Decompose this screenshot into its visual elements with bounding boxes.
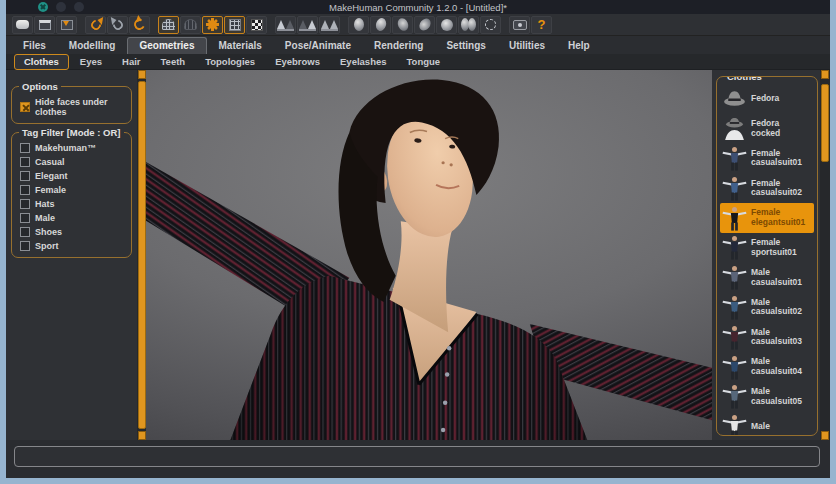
item-label: Male	[751, 297, 770, 307]
hide-faces-checkbox[interactable]	[20, 102, 30, 112]
wireframe-toggle-button[interactable]	[158, 16, 179, 34]
symmetry-right-button[interactable]	[297, 16, 318, 34]
tag-casual-checkbox[interactable]	[20, 157, 30, 167]
clothes-item-female-sportsuit01[interactable]: Femalesportsuit01	[720, 233, 814, 263]
clothes-list-scrollbar[interactable]	[820, 70, 830, 440]
tag-shoes-checkbox[interactable]	[20, 227, 30, 237]
item-label: Female	[751, 178, 780, 188]
tab-tongue[interactable]: Tongue	[398, 55, 450, 69]
tag-male-row[interactable]: Male	[16, 211, 127, 225]
clothes-item-fedora[interactable]: Fedora	[720, 84, 814, 114]
scroll-down-arrow[interactable]	[138, 431, 146, 440]
grid-toggle-button[interactable]	[224, 16, 245, 34]
tag-sport-row[interactable]: Sport	[16, 239, 127, 253]
scroll-down-arrow[interactable]	[821, 431, 829, 440]
tab-modelling[interactable]: Modelling	[58, 38, 127, 54]
clothes-item-male-casualsuit05[interactable]: Malecasualsuit05	[720, 382, 814, 412]
tab-pose-animate[interactable]: Pose/Animate	[274, 38, 362, 54]
item-label2: casualsuit01	[751, 157, 802, 167]
symmetry-right-icon	[299, 19, 316, 31]
clothes-item-male-casualsuit01[interactable]: Malecasualsuit01	[720, 263, 814, 293]
tag-shoes-row[interactable]: Shoes	[16, 225, 127, 239]
file-new-button[interactable]	[12, 16, 33, 34]
clothes-item-fedora-cocked[interactable]: Fedoracocked	[720, 114, 814, 144]
file-load-button[interactable]	[34, 16, 55, 34]
tab-help[interactable]: Help	[557, 38, 601, 54]
pose-toggle-button[interactable]	[202, 16, 223, 34]
tag-female-row[interactable]: Female	[16, 183, 127, 197]
undo-button[interactable]	[85, 16, 106, 34]
clothes-item-male-casualsuit04[interactable]: Malecasualsuit04	[720, 352, 814, 382]
tag-filter-title: Tag Filter [Mode : OR]	[19, 127, 124, 138]
file-save-button[interactable]	[56, 16, 77, 34]
tab-hair[interactable]: Hair	[113, 55, 149, 69]
scroll-up-arrow[interactable]	[821, 70, 829, 79]
options-group-title: Options	[19, 81, 61, 92]
redo-button[interactable]	[107, 16, 128, 34]
tab-settings[interactable]: Settings	[435, 38, 496, 54]
symmetry-left-button[interactable]	[275, 16, 296, 34]
tab-rendering[interactable]: Rendering	[363, 38, 434, 54]
makehuman-window: MakeHuman Community 1.2.0 - [Untitled]*	[6, 0, 830, 478]
tab-files[interactable]: Files	[12, 38, 57, 54]
tag-sport-checkbox[interactable]	[20, 241, 30, 251]
symmetry-both-button[interactable]	[319, 16, 340, 34]
3d-viewport[interactable]	[146, 70, 712, 440]
scrollbar-thumb[interactable]	[138, 81, 146, 429]
orbit-view-button[interactable]	[458, 16, 479, 34]
tab-utilities[interactable]: Utilities	[498, 38, 556, 54]
item-label2: casualsuit02	[751, 306, 802, 316]
grab-screenshot-button[interactable]	[509, 16, 530, 34]
left-view-button[interactable]	[392, 16, 413, 34]
tag-label: Sport	[35, 241, 59, 251]
clothes-item-male-casualsuit03[interactable]: Malecasualsuit03	[720, 322, 814, 352]
tag-female-checkbox[interactable]	[20, 185, 30, 195]
clothes-item-female-casualsuit01[interactable]: Femalecasualsuit01	[720, 144, 814, 174]
tag-makehuman-checkbox[interactable]	[20, 143, 30, 153]
tab-materials[interactable]: Materials	[208, 38, 273, 54]
clothes-item-male-casualsuit02[interactable]: Malecasualsuit02	[720, 293, 814, 323]
right-view-button[interactable]	[414, 16, 435, 34]
tag-casual-row[interactable]: Casual	[16, 155, 127, 169]
tab-clothes[interactable]: Clothes	[14, 54, 69, 70]
tab-eyebrows[interactable]: Eyebrows	[266, 55, 329, 69]
wireframe-icon	[162, 19, 175, 30]
options-group: Options Hide faces under clothes	[11, 86, 132, 124]
status-bar	[14, 446, 820, 467]
top-view-button[interactable]	[436, 16, 457, 34]
tag-hats-checkbox[interactable]	[20, 199, 30, 209]
clothes-item-female-casualsuit02[interactable]: Femalecasualsuit02	[720, 173, 814, 203]
help-button[interactable]: ?	[531, 16, 552, 34]
tab-eyelashes[interactable]: Eyelashes	[331, 55, 395, 69]
tag-makehuman-row[interactable]: Makehuman™	[16, 141, 127, 155]
smooth-toggle-button[interactable]	[180, 16, 201, 34]
clothes-group: Clothes Fedora Fedoracocked Femalecasual…	[716, 76, 818, 436]
tag-elegant-checkbox[interactable]	[20, 171, 30, 181]
tag-hats-row[interactable]: Hats	[16, 197, 127, 211]
tab-topologies[interactable]: Topologies	[196, 55, 264, 69]
top-view-icon	[441, 19, 453, 31]
tab-eyes[interactable]: Eyes	[71, 55, 111, 69]
texture-toggle-button[interactable]	[246, 16, 267, 34]
grid-icon	[229, 19, 241, 31]
tag-elegant-row[interactable]: Elegant	[16, 169, 127, 183]
tab-teeth[interactable]: Teeth	[152, 55, 195, 69]
focus-button[interactable]	[480, 16, 501, 34]
right-panel: Clothes Fedora Fedoracocked Femalecasual…	[712, 70, 820, 440]
front-view-button[interactable]	[348, 16, 369, 34]
item-label: Female	[751, 148, 780, 158]
file-save-icon	[61, 20, 73, 30]
scrollbar-thumb[interactable]	[821, 84, 829, 162]
tag-male-checkbox[interactable]	[20, 213, 30, 223]
scroll-up-arrow[interactable]	[138, 70, 146, 79]
item-label2: casualsuit01	[751, 277, 802, 287]
side-view-button[interactable]	[370, 16, 391, 34]
camera-icon	[513, 20, 527, 30]
left-panel-scrollbar[interactable]	[137, 70, 146, 440]
tab-geometries[interactable]: Geometries	[127, 37, 206, 54]
reload-button[interactable]	[129, 16, 150, 34]
tag-label: Shoes	[35, 227, 62, 237]
clothes-item-male-partial[interactable]: Male	[720, 412, 814, 436]
clothes-item-female-elegantsuit01-selected[interactable]: Femaleelegantsuit01	[720, 203, 814, 233]
hide-faces-checkbox-row[interactable]: Hide faces under clothes	[16, 95, 127, 119]
